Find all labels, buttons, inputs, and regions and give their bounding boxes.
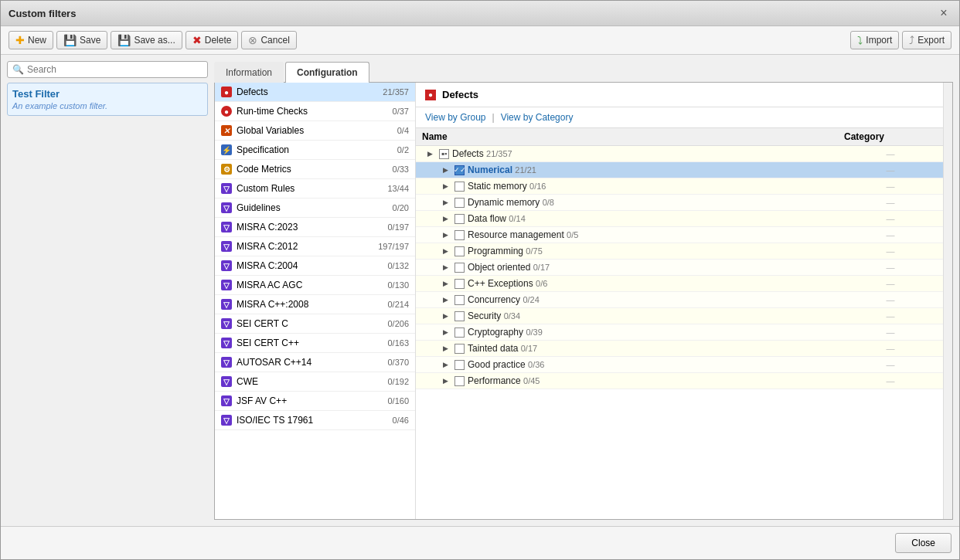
category-item-guidelines[interactable]: ▽Guidelines0/20 [215,199,415,218]
cat-icon-defects: ● [221,87,232,97]
cat-icon-code: ⚙ [221,164,232,175]
category-name-defects: Defects [237,87,268,97]
tree-expand-icon[interactable]: ▶ [441,165,450,175]
tree-row[interactable]: ▶Concurrency 0/24— [416,292,943,308]
category-item-global[interactable]: ✕Global Variables0/4 [215,121,415,141]
new-icon: ✚ [15,34,25,46]
tree-row-label: Defects 21/357 [452,148,512,159]
tree-expand-icon[interactable]: ▶ [441,376,450,385]
tree-row[interactable]: ▶Static memory 0/16— [416,178,943,195]
tree-checkbox[interactable]: ▪ [439,149,449,159]
tab-configuration[interactable]: Configuration [285,62,369,83]
tree-checkbox[interactable] [454,230,465,240]
tree-row[interactable]: ▶✓Numerical 21/21— [416,162,943,178]
tree-expand-icon[interactable]: ▶ [441,360,450,369]
view-by-group-link[interactable]: View by Group [425,112,486,123]
new-button[interactable]: ✚ New [9,31,53,49]
tree-checkbox[interactable] [454,214,465,224]
category-item-spec[interactable]: ⚡Specification0/2 [215,141,415,160]
tree-checkbox[interactable] [454,198,465,208]
category-item-isots17961[interactable]: ▽ISO/IEC TS 179610/46 [215,411,415,430]
tree-expand-icon[interactable]: ▶ [441,214,450,223]
tree-row[interactable]: ▶Good practice 0/36— [416,357,943,373]
category-item-seicertc[interactable]: ▽SEI CERT C0/206 [215,314,415,334]
tree-checkbox[interactable] [454,344,465,354]
defects-icon: ● [425,90,436,100]
tree-row[interactable]: ▶Tainted data 0/17— [416,341,943,357]
right-panel: Information Configuration ●Defects21/357… [214,61,953,520]
category-count-seicertc: 0/206 [387,319,409,328]
view-by-category-link[interactable]: View by Category [501,112,574,123]
category-item-runtime[interactable]: ●Run-time Checks0/37 [215,102,415,121]
tree-header: Name Category [416,128,943,146]
tree-row[interactable]: ▶Programming 0/75— [416,243,943,260]
category-item-misracpp2008[interactable]: ▽MISRA C++:20080/214 [215,295,415,314]
tree-checkbox[interactable] [454,328,465,338]
tree-checkbox[interactable] [454,182,465,192]
tree-row[interactable]: ▶Object oriented 0/17— [416,260,943,276]
tree-row[interactable]: ▶▪Defects 21/357— [416,146,943,162]
tree-row-label: Static memory 0/16 [468,181,546,192]
filter-item-name[interactable]: Test Filter [12,88,203,100]
tree-checkbox[interactable] [454,360,465,370]
tree-checkbox[interactable] [454,311,465,321]
tree-row[interactable]: ▶Dynamic memory 0/8— [416,195,943,211]
tree-row-category: — [844,360,937,369]
category-count-misrac2004: 0/132 [387,261,409,270]
category-item-misrac2023[interactable]: ▽MISRA C:20230/197 [215,218,415,237]
category-item-misrac2004[interactable]: ▽MISRA C:20040/132 [215,256,415,276]
tree-expand-icon[interactable]: ▶ [441,182,450,191]
search-input[interactable] [27,64,203,75]
tree-row[interactable]: ▶C++ Exceptions 0/6— [416,276,943,292]
tree-expand-icon[interactable]: ▶ [441,246,450,256]
close-dialog-button[interactable]: Close [895,533,951,553]
tree-expand-icon[interactable]: ▶ [441,295,450,304]
saveas-button[interactable]: 💾 Save as... [111,31,182,49]
title-close-button[interactable]: × [936,5,951,21]
tree-checkbox[interactable]: ✓ [454,165,465,175]
tree-row-category: — [844,198,937,207]
category-name-misrac2012: MISRA C:2012 [237,241,298,252]
scrollbar[interactable] [943,83,952,519]
category-count-guidelines: 0/20 [393,203,409,212]
import-button[interactable]: ⤵ Import [850,31,899,49]
tree-checkbox[interactable] [454,295,465,305]
category-item-seicertcpp[interactable]: ▽SEI CERT C++0/163 [215,334,415,353]
tree-expand-icon[interactable]: ▶ [441,344,450,353]
tree-checkbox[interactable] [454,246,465,256]
tab-information-label: Information [226,67,272,78]
tree-expand-icon[interactable]: ▶ [441,263,450,272]
tree-row-category: — [844,149,937,158]
save-button[interactable]: 💾 Save [56,31,107,49]
tree-expand-icon[interactable]: ▶ [425,149,434,158]
category-item-jsfavcpp[interactable]: ▽JSF AV C++0/160 [215,392,415,411]
tree-expand-icon[interactable]: ▶ [441,311,450,321]
category-name-cwe: CWE [237,376,258,387]
tree-row[interactable]: ▶Cryptography 0/39— [416,324,943,341]
tree-row[interactable]: ▶Performance 0/45— [416,373,943,389]
category-item-code[interactable]: ⚙Code Metrics0/33 [215,160,415,179]
category-item-defects[interactable]: ●Defects21/357 [215,83,415,102]
tree-row[interactable]: ▶Resource management 0/5— [416,227,943,243]
category-item-misrac2012[interactable]: ▽MISRA C:2012197/197 [215,237,415,256]
cancel-button[interactable]: ⊗ Cancel [241,31,296,49]
category-item-custom[interactable]: ▽Custom Rules13/44 [215,179,415,199]
tab-information[interactable]: Information [214,62,284,83]
category-item-autosarcpp14[interactable]: ▽AUTOSAR C++140/370 [215,353,415,372]
tree-expand-icon[interactable]: ▶ [441,230,450,239]
tree-row-category: — [844,246,937,256]
tree-expand-icon[interactable]: ▶ [441,279,450,288]
tree-checkbox[interactable] [454,263,465,273]
category-item-cwe[interactable]: ▽CWE0/192 [215,372,415,392]
category-item-misraacagc[interactable]: ▽MISRA AC AGC0/130 [215,276,415,295]
tree-expand-icon[interactable]: ▶ [441,328,450,337]
tree-checkbox[interactable] [454,279,465,289]
export-button[interactable]: ⤴ Export [902,31,951,49]
tree-row-label: Numerical 21/21 [468,165,536,175]
tree-checkbox[interactable] [454,376,465,386]
tree-row[interactable]: ▶Data flow 0/14— [416,211,943,227]
tree-row[interactable]: ▶Security 0/34— [416,308,943,324]
tree-expand-icon[interactable]: ▶ [441,198,450,207]
search-box[interactable]: 🔍 [7,61,208,78]
delete-button[interactable]: ✖ Delete [186,31,239,49]
